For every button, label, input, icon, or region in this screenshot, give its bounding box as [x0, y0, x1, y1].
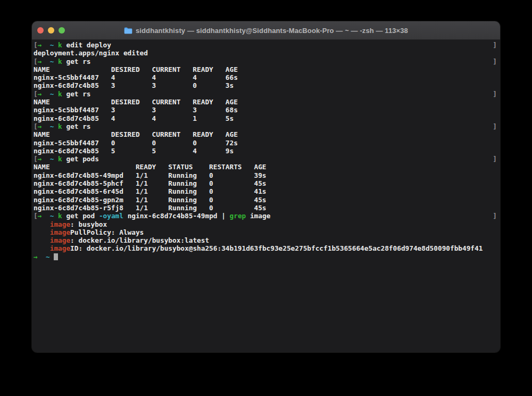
terminal-line: NAME DESIRED CURRENT READY AGE — [34, 65, 497, 73]
terminal-text-segment: nginx-6c8d7c4b85 5 5 4 9s — [34, 147, 234, 155]
terminal-line: image: busybox — [34, 220, 497, 228]
terminal-line: nginx-5c5bbf4487 4 4 4 66s — [34, 73, 497, 81]
terminal-text-segment — [41, 90, 49, 98]
terminal-text-segment: nginx-6c8d7c4b85-gpn2m 1/1 Running 0 45s — [34, 196, 267, 204]
terminal-line: deployment.apps/nginx edited — [34, 49, 497, 57]
terminal-text-segment: : docker.io/library/busybox:latest — [70, 236, 209, 244]
terminal-text-segment: → — [38, 212, 42, 220]
terminal-text-segment — [54, 212, 58, 220]
terminal-text-segment: → — [38, 57, 42, 65]
terminal-text-segment: nginx-6c8d7c4b85 4 4 1 5s — [34, 114, 234, 122]
terminal-text-segment — [41, 212, 49, 220]
terminal-text-segment: k — [58, 155, 62, 163]
terminal-line: [→ ~ k get rs] — [34, 90, 497, 98]
terminal-line: nginx-5c5bbf4487 3 3 3 68s — [34, 106, 497, 114]
prompt-right-bracket: ] — [493, 212, 497, 220]
terminal-text-segment — [34, 244, 50, 252]
terminal-line: nginx-6c8d7c4b85-49mpd 1/1 Running 0 39s — [34, 171, 497, 179]
terminal-text-segment: [ — [34, 155, 38, 163]
terminal-line: [→ ~ k get pods] — [34, 155, 497, 163]
terminal-text-segment — [41, 57, 49, 65]
terminal-line: nginx-6c8d7c4b85 3 3 0 3s — [34, 81, 497, 89]
terminal-line: [→ ~ k get rs] — [34, 122, 497, 130]
zoom-button[interactable] — [59, 27, 65, 34]
terminal-text-segment — [38, 253, 46, 261]
terminal-line: imagePullPolicy: Always — [34, 228, 497, 236]
terminal-text-segment: → — [34, 253, 38, 261]
terminal-text-segment — [41, 155, 49, 163]
terminal-text-segment — [34, 236, 50, 244]
terminal-line: [→ ~ k get rs] — [34, 57, 497, 65]
terminal-text-segment: ~ — [50, 212, 54, 220]
terminal-text-segment: get rs — [62, 57, 91, 65]
terminal-text-segment: get pods — [62, 155, 99, 163]
terminal-text-segment: k — [58, 57, 62, 65]
prompt-right-bracket: ] — [493, 155, 497, 163]
terminal-text-segment: [ — [34, 212, 38, 220]
terminal-line: nginx-6c8d7c4b85 4 4 1 5s — [34, 114, 497, 122]
terminal-line: imageID: docker.io/library/busybox@sha25… — [34, 244, 497, 252]
terminal-text-segment — [41, 122, 49, 130]
terminal-text-segment: grep — [230, 212, 246, 220]
terminal-text-segment: nginx-6c8d7c4b85 3 3 0 3s — [34, 81, 234, 89]
terminal-text-segment: nginx-6c8d7c4b85-r5fj8 1/1 Running 0 45s — [34, 204, 267, 212]
prompt-right-bracket: ] — [493, 90, 497, 98]
terminal-line: nginx-6c8d7c4b85-5phcf 1/1 Running 0 45s — [34, 179, 497, 187]
folder-icon — [124, 27, 132, 34]
terminal-text-segment — [34, 220, 50, 228]
terminal-text-segment: → — [38, 122, 42, 130]
prompt-right-bracket: ] — [493, 57, 497, 65]
terminal-text-segment: k — [58, 122, 62, 130]
terminal-line: [→ ~ k edit deploy] — [34, 41, 497, 49]
terminal-text-segment: NAME DESIRED CURRENT READY AGE — [34, 98, 238, 106]
terminal-screen[interactable]: [→ ~ k edit deploy]deployment.apps/nginx… — [32, 40, 500, 352]
terminal-text-segment: k — [58, 212, 62, 220]
terminal-text-segment: -oyaml — [99, 212, 123, 220]
traffic-lights — [37, 21, 65, 39]
terminal-text-segment: ~ — [50, 122, 54, 130]
terminal-text-segment: [ — [34, 41, 38, 49]
terminal-text-segment: → — [38, 41, 42, 49]
terminal-cursor — [54, 253, 58, 260]
terminal-text-segment: : busybox — [70, 220, 107, 228]
terminal-text-segment: → — [38, 155, 42, 163]
terminal-text-segment: [ — [34, 122, 38, 130]
terminal-text-segment: NAME DESIRED CURRENT READY AGE — [34, 130, 238, 138]
terminal-text-segment — [54, 90, 58, 98]
terminal-text-segment: image — [50, 220, 70, 228]
terminal-text-segment: nginx-6c8d7c4b85-49mpd 1/1 Running 0 39s — [34, 171, 267, 179]
terminal-text-segment: get pod — [62, 212, 99, 220]
terminal-text-segment: get rs — [62, 122, 91, 130]
terminal-text-segment — [54, 41, 58, 49]
terminal-text-segment: [ — [34, 90, 38, 98]
terminal-line: image: docker.io/library/busybox:latest — [34, 236, 497, 244]
terminal-text-segment: ~ — [50, 90, 54, 98]
terminal-text-segment: image — [50, 236, 70, 244]
terminal-text-segment — [41, 41, 49, 49]
terminal-text-segment: nginx-6c8d7c4b85-49mpd | — [123, 212, 230, 220]
terminal-line: nginx-6c8d7c4b85 5 5 4 9s — [34, 147, 497, 155]
terminal-text-segment: nginx-6c8d7c4b85-6r45d 1/1 Running 0 41s — [34, 187, 267, 195]
terminal-text-segment: PullPolicy: Always — [70, 228, 144, 236]
terminal-text-segment: get rs — [62, 90, 91, 98]
terminal-text-segment: NAME DESIRED CURRENT READY AGE — [34, 65, 238, 73]
terminal-text-segment: nginx-5c5bbf4487 0 0 0 72s — [34, 139, 238, 147]
terminal-text-segment: deployment.apps/nginx edited — [34, 49, 148, 57]
minimize-button[interactable] — [48, 27, 54, 34]
terminal-line: NAME DESIRED CURRENT READY AGE — [34, 98, 497, 106]
terminal-line: nginx-6c8d7c4b85-6r45d 1/1 Running 0 41s — [34, 187, 497, 195]
terminal-window: siddhantkhisty — siddhantkhisty@Siddhant… — [32, 21, 500, 352]
terminal-text-segment: nginx-6c8d7c4b85-5phcf 1/1 Running 0 45s — [34, 179, 267, 187]
terminal-text-segment: NAME READY STATUS RESTARTS AGE — [34, 163, 267, 171]
title-bar[interactable]: siddhantkhisty — siddhantkhisty@Siddhant… — [32, 21, 500, 40]
terminal-text-segment: edit deploy — [62, 41, 111, 49]
close-button[interactable] — [37, 27, 44, 34]
prompt-right-bracket: ] — [493, 122, 497, 130]
prompt-right-bracket: ] — [493, 41, 497, 49]
terminal-line: nginx-5c5bbf4487 0 0 0 72s — [34, 139, 497, 147]
terminal-text-segment: image — [50, 244, 70, 252]
terminal-text-segment: nginx-5c5bbf4487 3 3 3 68s — [34, 106, 238, 114]
terminal-text-segment — [54, 57, 58, 65]
terminal-text-segment: ID: docker.io/library/busybox@sha256:34b… — [70, 244, 483, 252]
title-group: siddhantkhisty — siddhantkhisty@Siddhant… — [124, 27, 408, 35]
